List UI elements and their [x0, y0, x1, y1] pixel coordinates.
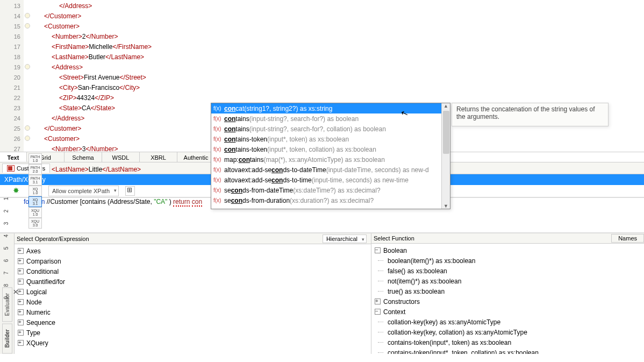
result-tab-2[interactable]: 2 — [3, 205, 9, 217]
code-line[interactable]: <Address> — [31, 62, 644, 73]
operator-category[interactable]: Comparison — [18, 257, 368, 267]
result-tab-3[interactable]: 3 — [3, 218, 9, 230]
result-tab-7[interactable]: 7 — [3, 267, 9, 279]
version-button-xqu-3-0[interactable]: XQU3.0 — [28, 218, 42, 229]
code-line[interactable]: <City>San-Francisco</City> — [31, 83, 644, 93]
operator-category[interactable]: XQuery — [18, 338, 368, 349]
line-number: 13 — [0, 1, 20, 11]
settings-icon[interactable]: ✕ — [12, 289, 20, 295]
autocomplete-item[interactable]: f(x)concat(string1?, string2?) as xs:str… — [211, 103, 450, 113]
fold-toggle-icon[interactable] — [25, 64, 30, 69]
function-item[interactable]: contains-token(input*, token, collation)… — [375, 348, 641, 354]
result-tab-9[interactable]: 9 — [3, 292, 9, 304]
result-tab-8[interactable]: 8 — [3, 280, 9, 292]
side-tab-builder[interactable]: Builder — [2, 323, 12, 353]
result-tab-5[interactable]: 5 — [3, 243, 9, 254]
code-line[interactable]: <FirstName>Michelle</FirstName> — [31, 42, 644, 52]
function-category[interactable]: Constructors — [375, 297, 641, 307]
code-line[interactable]: <Street>First Avenue</Street> — [31, 73, 644, 83]
autocomplete-item[interactable]: f(x)altovaext:add-seconds-to-time(input-… — [211, 175, 450, 185]
view-tab-schema[interactable]: Schema — [65, 152, 102, 162]
autocomplete-tooltip: Returns the concatenation of the string … — [452, 103, 609, 126]
function-item[interactable]: boolean(item()*) as xs:boolean — [375, 256, 641, 266]
version-button-path-2-0[interactable]: PATH2.0 — [28, 164, 42, 175]
version-button-path-3-1[interactable]: PATH3.1 — [28, 175, 42, 186]
autocomplete-popup[interactable]: f(x)concat(string1?, string2?) as xs:str… — [211, 103, 450, 209]
result-tab-6[interactable]: 6 — [3, 255, 9, 267]
version-button-xq-1-0[interactable]: XQ1.0 — [28, 186, 42, 196]
operator-category[interactable]: Numeric — [18, 308, 368, 318]
operator-category[interactable]: Logical — [18, 287, 368, 297]
version-button-xq-3-1[interactable]: XQ3.1 — [28, 196, 42, 207]
autocomplete-item[interactable]: f(x)map:contains(map(*), xs:anyAtomicTyp… — [211, 154, 450, 165]
operator-category[interactable]: Quantified/for — [18, 277, 368, 287]
result-number-tabs[interactable]: 123456789 — [0, 193, 12, 304]
fold-toggle-icon[interactable] — [25, 136, 30, 141]
combo-label: Allow complete XPath — [52, 188, 110, 194]
fold-column[interactable] — [24, 0, 31, 152]
line-number: 21 — [0, 83, 20, 93]
function-icon: f(x) — [213, 105, 224, 111]
autocomplete-item[interactable]: f(x)seconds-from-dateTime(xs:dateTime?) … — [211, 185, 450, 195]
function-panel: Select Function Names Booleanboolean(ite… — [371, 233, 644, 354]
function-item[interactable]: true() as xs:boolean — [375, 287, 641, 297]
line-gutter: 1314151617181920212223242526272829 — [0, 0, 24, 152]
function-icon: f(x) — [213, 177, 224, 183]
fold-toggle-icon[interactable] — [25, 13, 30, 18]
scroll-thumb[interactable] — [443, 111, 449, 154]
code-line[interactable]: <LastName>Butler</LastName> — [31, 52, 644, 62]
function-panel-header: Select Function — [374, 235, 414, 242]
layout-toggle-button[interactable] — [125, 186, 135, 196]
xpath-mode-combo[interactable]: Allow complete XPath — [48, 186, 119, 196]
autocomplete-item[interactable]: f(x)contains-token(input*, token, collat… — [211, 144, 450, 154]
hierarchy-mode-combo[interactable]: Hierarchical — [323, 235, 367, 243]
view-tab-xbrl[interactable]: XBRL — [140, 152, 177, 162]
result-tab-1[interactable]: 1 — [3, 193, 9, 205]
line-number: 26 — [0, 134, 20, 144]
line-number: 16 — [0, 32, 20, 42]
code-line[interactable]: <Number>2</Number> — [31, 32, 644, 42]
version-button-xqu-1-0[interactable]: XQU1.0 — [28, 207, 42, 218]
fold-toggle-icon[interactable] — [25, 23, 30, 29]
document-icon — [7, 165, 15, 172]
operator-category[interactable]: Type — [18, 328, 368, 338]
scroll-down-icon[interactable]: ▼ — [443, 203, 448, 209]
line-number: 23 — [0, 103, 20, 113]
code-line[interactable]: <ZIP>44324</ZIP> — [31, 93, 644, 103]
scroll-up-icon[interactable]: ▲ — [443, 103, 448, 109]
operator-category[interactable]: Axes — [18, 246, 368, 257]
line-number: 18 — [0, 52, 20, 62]
function-item[interactable]: not(item()*) as xs:boolean — [375, 276, 641, 287]
function-item[interactable]: false() as xs:boolean — [375, 266, 641, 276]
fold-toggle-icon[interactable] — [25, 125, 30, 131]
result-tab-4[interactable]: 4 — [3, 230, 9, 242]
autocomplete-item[interactable]: f(x)contains-token(input*, token) as xs:… — [211, 134, 450, 144]
operator-panel-header: Select Operator/Expression — [17, 236, 89, 242]
autocomplete-item[interactable]: f(x)contains(input-string?, search-for?,… — [211, 124, 450, 134]
code-line[interactable]: </Customer> — [31, 11, 644, 22]
line-number: 25 — [0, 124, 20, 134]
function-category[interactable]: Context — [375, 307, 641, 317]
autocomplete-item[interactable]: f(x)contains(input-string?, search-for?)… — [211, 113, 450, 124]
autocomplete-item[interactable]: f(x)altovaext:add-seconds-to-dateTime(in… — [211, 165, 450, 175]
function-item[interactable]: collation-key(key) as xs:anyAtomicType — [375, 317, 641, 328]
function-item[interactable]: collation-key(key, collation) as xs:anyA… — [375, 328, 641, 338]
view-tab-text[interactable]: Text — [0, 152, 27, 162]
code-line[interactable]: <Customer> — [31, 22, 644, 32]
popup-scrollbar[interactable]: ▲ ▼ — [441, 103, 450, 209]
operator-category[interactable]: Node — [18, 297, 368, 308]
hierarchy-mode-label: Hierarchical — [326, 236, 357, 242]
function-category[interactable]: Boolean — [375, 246, 641, 256]
version-button-path-1-0[interactable]: PATH1.0 — [28, 153, 42, 164]
function-item[interactable]: contains-token(input*, token) as xs:bool… — [375, 338, 641, 348]
debug-icon[interactable] — [13, 187, 21, 195]
function-icon: f(x) — [213, 157, 224, 162]
operator-category[interactable]: Conditional — [18, 267, 368, 277]
operator-category[interactable]: Sequence — [18, 318, 368, 328]
line-number: 22 — [0, 93, 20, 103]
autocomplete-item[interactable]: f(x)seconds-from-duration(xs:duration?) … — [211, 195, 450, 205]
document-tab-customers[interactable]: Customers — [2, 164, 50, 173]
view-tab-wsdl[interactable]: WSDL — [102, 152, 140, 162]
view-tab-authentic[interactable]: Authentic — [177, 152, 215, 162]
code-line[interactable]: </Address> — [31, 1, 644, 11]
